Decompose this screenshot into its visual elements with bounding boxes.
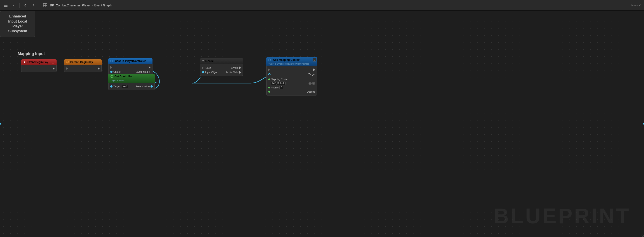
enhanced-line3: Player xyxy=(12,24,23,28)
cast-icon xyxy=(110,60,114,62)
add-mapping-exec-in[interactable] xyxy=(268,68,270,71)
cast-title: Cast To PlayerController xyxy=(115,60,146,62)
enhanced-line1: Enhanced xyxy=(9,14,26,18)
blueprint-watermark: BLUEPRINT xyxy=(494,204,631,228)
parent-begin-play-body xyxy=(64,65,102,72)
is-valid-out-pin[interactable] xyxy=(239,66,241,69)
dropdown-icon[interactable]: ▼ xyxy=(10,2,17,8)
grid-icon[interactable] xyxy=(42,2,48,8)
is-valid-exec-row: Exec Is Valid xyxy=(200,66,243,70)
add-mapping-divider xyxy=(266,77,317,77)
get-controller-target-label: Target xyxy=(113,85,120,88)
priority-value[interactable]: 0 xyxy=(279,86,284,89)
add-mapping-target-row: Target xyxy=(266,72,317,76)
cast-exec-in[interactable] xyxy=(110,66,112,69)
is-not-valid-label: Is Not Valid xyxy=(226,71,238,74)
svg-marker-7 xyxy=(24,61,26,63)
node-add-mapping-context: Add Mapping Context Target is Enhanced I… xyxy=(266,57,317,96)
event-icon xyxy=(24,61,26,64)
forward-button[interactable] xyxy=(30,2,36,8)
add-mapping-target-label: Target xyxy=(308,73,315,76)
svg-rect-0 xyxy=(4,4,8,4)
is-valid-input-row: Input Object Is Not Valid xyxy=(200,70,243,74)
connections-overlay xyxy=(0,10,644,237)
cast-object-label: Object xyxy=(113,70,120,73)
cast-object-pin[interactable] xyxy=(110,71,112,73)
node-event-begin-play: Event BeginPlay xyxy=(21,59,56,72)
parent-begin-play-title: Parent: BeginPlay xyxy=(70,60,93,64)
breadcrumb-graph: Event Graph xyxy=(94,4,112,7)
event-begin-exec-out[interactable] xyxy=(53,67,54,70)
parent-exec-out[interactable] xyxy=(98,67,100,70)
toolbar: ▼ BP_CombatCharacter_Player › Event Grap… xyxy=(0,0,644,10)
enhanced-line2: Input Local xyxy=(8,20,27,23)
cast-object-row: Object Cast Failed xyxy=(108,70,152,74)
node-parent-begin-header: f Parent: BeginPlay xyxy=(64,59,102,65)
priority-pin[interactable] xyxy=(268,87,270,88)
imc-reset-btn[interactable]: ⟳ xyxy=(308,82,312,85)
enhanced-right-pin[interactable] xyxy=(643,122,644,125)
svg-text:f: f xyxy=(68,62,68,64)
event-begin-exec-row xyxy=(22,66,56,71)
is-valid-exec-in[interactable] xyxy=(202,66,204,69)
node-cast-header: Cast To PlayerController xyxy=(108,58,152,64)
node-event-begin-play-header: Event BeginPlay xyxy=(21,59,56,65)
imc-value-row: IMC_Default ⟳ ⊕ xyxy=(266,81,317,85)
svg-rect-3 xyxy=(43,4,45,5)
add-mapping-header: Add Mapping Context Target is Enhanced I… xyxy=(266,57,317,66)
cast-failed-label: Cast Failed xyxy=(136,70,148,73)
svg-rect-5 xyxy=(43,6,45,7)
is-valid-title: Is Valid xyxy=(205,60,214,63)
get-controller-title: Get Controller xyxy=(114,75,132,78)
cast-exec-row xyxy=(108,65,152,70)
get-controller-return-label: Return Value xyxy=(136,85,150,88)
add-mapping-exec-out[interactable] xyxy=(314,68,315,71)
add-mapping-title: Add Mapping Context xyxy=(273,58,300,62)
priority-row: Priority 0 xyxy=(266,85,317,90)
is-valid-input-label: Input Object xyxy=(205,71,218,74)
svg-rect-14 xyxy=(314,59,315,60)
get-controller-body: Target self Return Value xyxy=(108,83,155,90)
breadcrumb-sep: › xyxy=(92,4,93,7)
toolbar-separator xyxy=(20,3,20,8)
get-controller-target-row: Target self Return Value xyxy=(108,84,154,89)
is-valid-body: Exec Is Valid Input Object Is Not Valid xyxy=(200,64,243,76)
svg-text:f: f xyxy=(112,76,112,78)
event-marker xyxy=(52,61,54,64)
function-icon: f xyxy=(110,75,113,78)
imc-search-btn[interactable]: ⊕ xyxy=(312,82,315,85)
add-mapping-collapse-btn[interactable] xyxy=(313,58,316,62)
section-label: Mapping Input xyxy=(18,52,45,56)
breadcrumb: BP_CombatCharacter_Player › Event Graph xyxy=(50,4,112,7)
get-controller-target-value: self xyxy=(122,85,128,88)
enhanced-left-pin[interactable] xyxy=(0,122,1,125)
is-not-valid-pin[interactable] xyxy=(239,71,241,74)
add-mapping-target-pin[interactable] xyxy=(268,73,270,76)
add-mapping-exec-row xyxy=(266,68,317,72)
enhanced-line4: Subsystem xyxy=(8,29,27,33)
is-valid-input-pin[interactable] xyxy=(202,71,204,74)
breadcrumb-project[interactable]: BP_CombatCharacter_Player xyxy=(50,4,90,7)
svg-marker-13 xyxy=(269,59,272,61)
cast-exec-out[interactable] xyxy=(149,66,150,69)
imc-default-value[interactable]: IMC_Default xyxy=(271,82,286,85)
canvas-resize-handle[interactable] xyxy=(641,234,644,236)
back-button[interactable] xyxy=(22,2,28,8)
menu-icon[interactable] xyxy=(3,2,9,8)
add-mapping-body: Target Mapping Context IMC_Default ⟳ ⊕ P… xyxy=(266,66,317,96)
mapping-context-label: Mapping Context xyxy=(271,78,289,81)
svg-rect-1 xyxy=(4,5,8,6)
event-begin-play-title: Event BeginPlay xyxy=(28,60,48,64)
node-enhanced-input: Enhanced Input Local Player Subsystem xyxy=(0,10,35,37)
get-controller-target-pin[interactable] xyxy=(110,85,112,88)
svg-line-17 xyxy=(643,236,644,236)
is-valid-icon: ? xyxy=(202,60,204,63)
options-pin[interactable] xyxy=(268,91,270,93)
add-mapping-icon xyxy=(268,58,272,61)
get-controller-header: f Get Controller Target is Pawn xyxy=(108,74,155,83)
cast-failed-pin[interactable] xyxy=(149,70,150,73)
mapping-context-pin[interactable] xyxy=(268,78,270,80)
blueprint-canvas[interactable]: Mapping Input Event BeginPlay xyxy=(0,10,644,237)
get-controller-return-pin[interactable] xyxy=(150,85,153,88)
parent-exec-in[interactable] xyxy=(66,67,68,70)
